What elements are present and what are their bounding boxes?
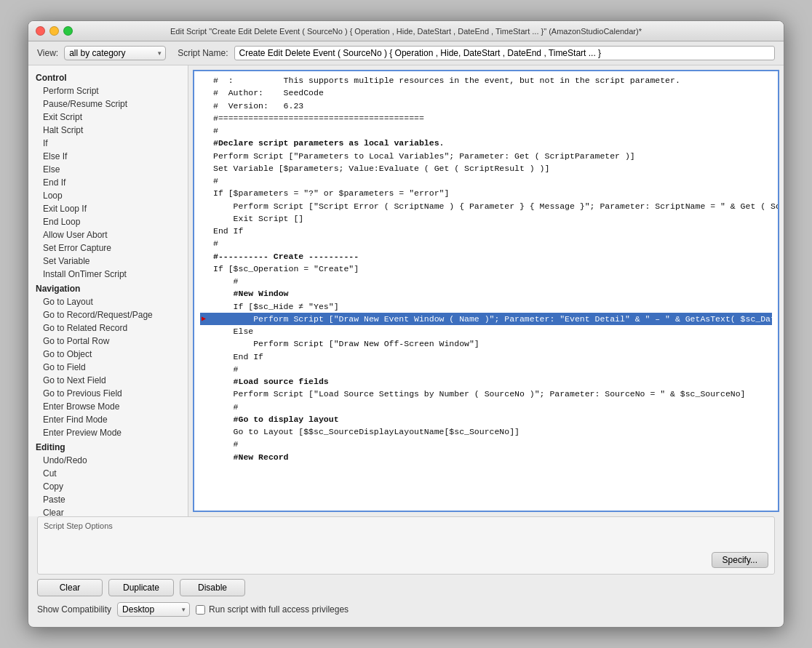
window-title: Edit Script "Create Edit Delete Event ( … — [170, 27, 642, 36]
line-text: Perform Script ["Script Error ( ScriptNa… — [213, 200, 778, 212]
script-line[interactable]: #New Window — [200, 287, 772, 300]
run-script-row: Run script with full access privileges — [196, 604, 349, 615]
view-label: View: — [37, 48, 58, 58]
clear-button[interactable]: Clear — [37, 579, 103, 596]
script-line[interactable]: If [$sc_Operation = "Create"] — [200, 263, 772, 275]
sidebar-item[interactable]: Undo/Redo — [28, 454, 188, 467]
line-text: # Version: 6.23 — [213, 100, 303, 112]
disable-button[interactable]: Disable — [180, 579, 245, 596]
script-lines[interactable]: # : This supports multiple resources in … — [194, 71, 778, 511]
sidebar-item[interactable]: End Loop — [28, 215, 188, 228]
script-line[interactable]: # — [200, 175, 772, 187]
script-line[interactable]: End If — [200, 351, 772, 363]
script-line[interactable]: #Go to display layout — [200, 413, 772, 425]
script-line[interactable]: Else — [200, 325, 772, 337]
sidebar-item[interactable]: Go to Related Record — [28, 321, 188, 335]
sidebar-item[interactable]: Else — [28, 163, 188, 176]
script-line[interactable]: #Load source fields — [200, 375, 772, 388]
sidebar-item[interactable]: Enter Preview Mode — [28, 426, 188, 439]
script-line[interactable]: If [$parameters = "?" or $parameters = "… — [200, 187, 772, 199]
script-line[interactable]: #New Record — [200, 451, 772, 463]
sidebar-item[interactable]: Go to Previous Field — [28, 387, 188, 400]
script-line[interactable]: #---------- Create ---------- — [200, 250, 772, 263]
script-line[interactable]: #=======================================… — [200, 112, 772, 124]
traffic-lights — [36, 26, 73, 36]
line-text: # — [213, 175, 218, 187]
zoom-button[interactable] — [63, 26, 73, 36]
line-text: Else — [213, 325, 253, 337]
line-text: Perform Script ["Draw New Event Window (… — [213, 313, 778, 325]
sidebar-item[interactable]: End If — [28, 176, 188, 189]
main-window: Edit Script "Create Edit Delete Event ( … — [28, 20, 784, 628]
line-text: # — [213, 124, 218, 137]
close-button[interactable] — [36, 26, 45, 36]
script-line[interactable]: Set Variable [$parameters; Value:Evaluat… — [200, 162, 772, 175]
footer-row: Show Compatibility Desktop Run script wi… — [37, 602, 775, 621]
sidebar-category: Control — [28, 70, 188, 84]
sidebar-item[interactable]: Go to Record/Request/Page — [28, 308, 188, 321]
script-line[interactable]: # Author: SeedCode — [200, 87, 772, 99]
sidebar-item[interactable]: Copy — [28, 480, 188, 493]
sidebar-item[interactable]: Install OnTimer Script — [28, 268, 188, 281]
script-line[interactable]: Perform Script ["Parameters to Local Var… — [200, 150, 772, 162]
line-text: Perform Script ["Draw New Off-Screen Win… — [213, 337, 479, 350]
script-line[interactable]: # — [200, 275, 772, 287]
script-line[interactable]: Exit Script [] — [200, 212, 772, 225]
platform-select[interactable]: Desktop — [117, 602, 190, 617]
script-line[interactable]: #Declare script parameters as local vari… — [200, 137, 772, 149]
script-line[interactable]: Perform Script ["Script Error ( ScriptNa… — [200, 200, 772, 212]
script-line[interactable]: # — [200, 124, 772, 137]
script-line[interactable]: If [$sc_Hide ≠ "Yes"] — [200, 300, 772, 313]
sidebar-item[interactable]: Go to Object — [28, 348, 188, 361]
line-text: # — [213, 363, 239, 375]
action-buttons: Clear Duplicate Disable — [37, 579, 775, 596]
sidebar-item[interactable]: Clear — [28, 506, 188, 516]
sidebar-item[interactable]: If — [28, 137, 188, 150]
sidebar-item[interactable]: Paste — [28, 493, 188, 506]
sidebar-item[interactable]: Set Variable — [28, 255, 188, 268]
script-line[interactable]: Perform Script ["Load Source Settings by… — [200, 388, 772, 400]
run-script-checkbox[interactable] — [196, 605, 205, 615]
script-line[interactable]: # — [200, 438, 772, 450]
sidebar-item[interactable]: Enter Find Mode — [28, 413, 188, 426]
line-text: #=======================================… — [213, 112, 424, 124]
minimize-button[interactable] — [49, 26, 59, 36]
show-compat-label: Show Compatibility — [37, 604, 111, 615]
sidebar-item[interactable]: Go to Field — [28, 361, 188, 374]
sidebar-item[interactable]: Enter Browse Mode — [28, 400, 188, 413]
sidebar-item[interactable]: Allow User Abort — [28, 228, 188, 241]
run-script-label: Run script with full access privileges — [209, 604, 349, 615]
script-line[interactable]: # — [200, 237, 772, 249]
view-select[interactable]: all by category — [64, 46, 166, 60]
sidebar-item[interactable]: Set Error Capture — [28, 241, 188, 255]
sidebar-item[interactable]: Loop — [28, 189, 188, 202]
sidebar-item[interactable]: Perform Script — [28, 84, 188, 97]
script-line[interactable]: # : This supports multiple resources in … — [200, 74, 772, 87]
sidebar-item[interactable]: Go to Next Field — [28, 374, 188, 387]
script-line[interactable]: End If — [200, 225, 772, 237]
sidebar-category: Navigation — [28, 281, 188, 295]
sidebar-item[interactable]: Halt Script — [28, 124, 188, 137]
line-text: End If — [213, 351, 263, 363]
sidebar-item[interactable]: Go to Portal Row — [28, 335, 188, 348]
script-line[interactable]: ▶ Perform Script ["Draw New Event Window… — [200, 313, 772, 325]
script-line[interactable]: Go to Layout [$$sc_SourceDisplayLayoutNa… — [200, 425, 772, 438]
sidebar-item[interactable]: Cut — [28, 467, 188, 480]
sidebar-item[interactable]: Else If — [28, 150, 188, 163]
sidebar: ControlPerform ScriptPause/Resume Script… — [28, 65, 188, 516]
sidebar-item[interactable]: Go to Layout — [28, 295, 188, 308]
script-line[interactable]: Perform Script ["Draw New Off-Screen Win… — [200, 337, 772, 350]
script-name-input[interactable] — [234, 46, 776, 60]
sidebar-item[interactable]: Pause/Resume Script — [28, 97, 188, 111]
platform-select-wrapper: Desktop — [117, 602, 190, 617]
titlebar: Edit Script "Create Edit Delete Event ( … — [28, 21, 784, 41]
script-line[interactable]: # — [200, 401, 772, 413]
sidebar-item[interactable]: Exit Script — [28, 111, 188, 124]
sidebar-item[interactable]: Exit Loop If — [28, 202, 188, 215]
script-line[interactable]: # Version: 6.23 — [200, 100, 772, 112]
duplicate-button[interactable]: Duplicate — [108, 579, 174, 596]
line-text: If [$parameters = "?" or $parameters = "… — [213, 187, 449, 199]
specify-button[interactable]: Specify... — [712, 552, 768, 568]
script-line[interactable]: # — [200, 363, 772, 375]
line-text: Go to Layout [$$sc_SourceDisplayLayoutNa… — [213, 425, 520, 438]
